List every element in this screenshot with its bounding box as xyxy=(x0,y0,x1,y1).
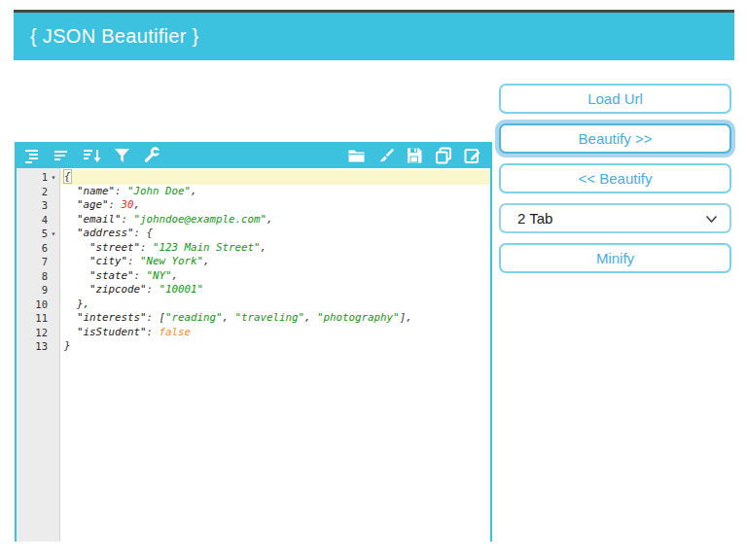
code-line[interactable]: "address": { xyxy=(60,227,490,241)
clear-button[interactable] xyxy=(375,147,395,164)
token-ws xyxy=(64,185,77,197)
token-punc: , xyxy=(304,311,317,324)
token-punc: , xyxy=(172,269,179,282)
token-punc: : xyxy=(134,269,147,282)
code-line[interactable]: "age": 30, xyxy=(60,198,490,213)
token-bool: false xyxy=(160,326,192,338)
token-ws xyxy=(64,227,77,239)
code-line[interactable]: "interests": ["reading", "traveling", "p… xyxy=(60,311,490,326)
json-editor-panel: 1▾2345▾678910111213 { "name": "John Doe"… xyxy=(15,142,492,542)
token-punc: : xyxy=(109,198,122,211)
code-line[interactable]: "street": "123 Main Street", xyxy=(60,241,490,256)
token-key: "street" xyxy=(89,241,140,254)
line-number[interactable]: 5▾ xyxy=(17,227,59,241)
token-str: "John Doe" xyxy=(127,185,191,197)
token-ws xyxy=(64,269,89,282)
token-punc: : xyxy=(127,255,140,267)
token-key: "interests" xyxy=(77,311,147,324)
line-number: 12 xyxy=(17,326,59,340)
token-str: "New York" xyxy=(140,255,203,267)
token-str: "10001" xyxy=(160,283,204,296)
token-punc: : xyxy=(140,241,153,254)
indent-select[interactable]: 2 Tab xyxy=(499,203,731,233)
token-key: "isStudent" xyxy=(77,326,147,338)
line-number: 13 xyxy=(17,339,59,354)
token-num: 30 xyxy=(122,198,134,211)
token-ws xyxy=(64,326,77,338)
token-punc: ], xyxy=(400,311,412,324)
code-line[interactable]: "zipcode": "10001" xyxy=(60,283,490,298)
token-punc: : xyxy=(147,326,160,338)
minify-button[interactable]: Minify xyxy=(499,243,731,273)
filter-icon xyxy=(114,147,130,164)
line-number: 9 xyxy=(17,283,59,298)
token-key: "email" xyxy=(77,213,122,226)
line-number: 3 xyxy=(17,198,59,213)
indent-select-value: 2 Tab xyxy=(517,210,552,227)
line-number[interactable]: 1▾ xyxy=(17,170,59,185)
save-button[interactable] xyxy=(405,147,424,164)
app-header: { JSON Beautifier } xyxy=(14,10,734,60)
token-key: "name" xyxy=(77,185,115,197)
token-punc: , xyxy=(223,311,235,324)
editor-code[interactable]: { "name": "John Doe", "age": 30, "email"… xyxy=(60,168,490,542)
token-punc: , xyxy=(134,198,141,211)
line-number: 2 xyxy=(17,185,59,199)
code-line[interactable]: { xyxy=(60,170,490,185)
edit-button[interactable] xyxy=(463,147,482,164)
token-str: "NY" xyxy=(147,269,172,282)
token-punc: : xyxy=(122,213,134,226)
beautify-forward-button[interactable]: Beautify >> xyxy=(499,123,731,154)
token-str: "123 Main Street" xyxy=(153,241,261,254)
fold-toggle-icon[interactable]: ▾ xyxy=(48,229,59,238)
line-number: 10 xyxy=(17,298,59,312)
token-key: "age" xyxy=(77,198,109,211)
beautify-back-button[interactable]: << Beautify xyxy=(499,163,731,193)
code-line[interactable]: }, xyxy=(60,298,490,312)
line-number: 4 xyxy=(17,213,59,228)
transform-button[interactable] xyxy=(141,147,160,164)
token-punc: , xyxy=(191,185,197,197)
code-line[interactable]: "isStudent": false xyxy=(60,326,490,340)
token-punc: { xyxy=(147,227,154,239)
token-ws xyxy=(64,298,77,310)
editor-toolbar xyxy=(17,142,490,168)
token-punc: { xyxy=(64,170,71,183)
actions-panel: Load Url Beautify >> << Beautify 2 Tab M… xyxy=(499,84,731,273)
token-str: "traveling" xyxy=(235,311,305,324)
format-indent-icon xyxy=(25,147,43,164)
token-key: "zipcode" xyxy=(89,283,147,296)
token-punc: : [ xyxy=(147,311,166,324)
token-ws xyxy=(64,213,77,226)
token-str: "photography" xyxy=(317,311,400,324)
token-ws xyxy=(64,283,89,296)
token-punc: , xyxy=(261,241,267,254)
code-line[interactable]: "city": "New York", xyxy=(60,255,490,269)
edit-icon xyxy=(464,147,481,164)
copy-button[interactable] xyxy=(434,147,453,164)
token-str: "johndoe@example.com" xyxy=(134,213,267,226)
chevron-down-icon xyxy=(705,215,718,224)
copy-icon xyxy=(435,147,452,164)
line-number: 8 xyxy=(17,269,59,284)
token-punc: : xyxy=(115,185,127,197)
filter-button[interactable] xyxy=(112,147,131,164)
load-url-button[interactable]: Load Url xyxy=(499,84,731,114)
token-punc: : xyxy=(134,227,147,239)
code-line[interactable]: } xyxy=(60,339,490,354)
format-button[interactable] xyxy=(24,147,44,164)
open-file-button[interactable] xyxy=(346,147,366,164)
save-icon xyxy=(406,147,423,164)
fold-toggle-icon[interactable]: ▾ xyxy=(48,173,59,182)
code-line[interactable]: "name": "John Doe", xyxy=(60,185,490,199)
token-ws xyxy=(64,311,77,324)
code-line[interactable]: "email": "johndoe@example.com", xyxy=(60,213,490,228)
code-line[interactable]: "state": "NY", xyxy=(60,269,490,284)
token-key: "state" xyxy=(89,269,134,282)
sort-button[interactable] xyxy=(83,147,102,164)
compact-button[interactable] xyxy=(53,147,73,164)
token-punc: , xyxy=(203,255,210,267)
token-key: "city" xyxy=(89,255,127,267)
token-punc: }, xyxy=(77,298,89,310)
token-ws xyxy=(64,241,89,254)
